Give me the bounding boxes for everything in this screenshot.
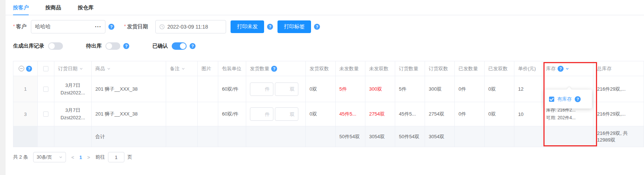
header-remark[interactable]: 备注 [166,61,198,76]
order-pairs-cell: 2754双 [425,102,455,126]
unsent-pairs-cell: 2754双 [365,102,395,126]
print-tag-button[interactable]: 打印标签 [277,20,311,33]
ship-qty-piece-input[interactable] [250,107,273,121]
page-number[interactable]: 1 [79,155,82,160]
confirmed-label: 已确认 [152,43,168,49]
header-sent-pairs: 已发双数 [485,61,514,76]
prev-page-button[interactable]: < [71,155,74,160]
summary-empty [246,126,306,147]
customer-label: 客户 [16,23,26,30]
total-stock-cell: 216件29双,... [593,102,644,126]
sent-qty-cell: 0件 [455,102,485,126]
create-outbound-label: 生成出库记录 [13,43,44,49]
select-all-checkbox[interactable] [43,66,48,71]
pagination: 共 2 条 30条/页 < 1 > 前往 页 [13,152,644,162]
row-index: 3 [13,102,38,126]
help-icon[interactable]: ? [575,96,581,102]
header-unsent-pairs: 未发双数 [365,61,395,76]
summary-empty [218,126,246,147]
pending-outbound-toggle[interactable] [105,42,120,50]
more-icon[interactable]: ··· [95,24,101,30]
chevron-down-icon[interactable] [107,67,111,71]
print-unsent-button[interactable]: 打印未发 [231,20,264,33]
header-expand: ? [13,61,38,76]
next-page-button[interactable]: > [87,155,90,160]
product-cell: 201 狮子__XXX_38 [92,102,166,126]
help-icon[interactable]: ? [314,24,320,30]
order-qty-cell: 45件5... [395,102,425,126]
summary-empty [542,126,593,147]
summary-total-stock: 216件29双, 共 12989双 [593,126,644,147]
row-checkbox[interactable] [43,87,48,92]
chevron-down-icon [59,155,63,159]
collapse-all-icon[interactable] [19,66,24,71]
unsent-pairs-cell: 300双 [365,76,395,102]
stock-filter-option[interactable]: 有库存 [557,96,572,103]
chevron-down-icon[interactable] [565,67,569,71]
row-checkbox[interactable] [43,111,48,117]
tab-bar: 按客户 按商品 按仓库 [6,0,644,15]
summary-empty [54,126,92,147]
page-size-select[interactable]: 30条/页 [33,152,66,162]
help-icon[interactable]: ? [558,66,564,72]
goto-suffix: 页 [127,154,132,161]
summary-row: 合计 50件54双 3054双 50件54双 3054双 216件29双, 共 … [13,126,644,147]
ship-qty-cell [246,102,306,126]
summary-unsent-qty: 50件54双 [336,126,365,147]
filter-form: * 客户 哈哈哈 ··· ? * 发货日期 2022-03-09 11:18 打… [13,20,644,33]
chevron-down-icon[interactable] [79,67,83,71]
ship-qty-cell [246,76,306,102]
help-icon[interactable]: ? [190,43,196,49]
chevron-down-icon[interactable] [181,67,185,71]
unsent-qty-cell: 45件5... [336,102,365,126]
row-index: 1 [13,76,38,102]
tab-by-customer[interactable]: 按客户 [13,0,29,15]
page-left-edge [0,0,6,175]
sent-pairs-cell: 0双 [485,76,514,102]
help-icon[interactable]: ? [108,24,114,30]
tab-by-product[interactable]: 按商品 [45,0,61,15]
ship-date-label: 发货日期 [127,23,148,30]
clock-icon [159,24,165,29]
row-select-cell [38,76,54,102]
stock-filter-checkbox[interactable] [549,97,554,102]
customer-value: 哈哈哈 [35,23,51,30]
table-header-row: ? 订货日期 商品 备注 图片 包装单位 发货数量 ? 发 [13,61,644,76]
unit-price-cell: 12 [514,76,542,102]
order-date-cell: 3月7日Dzst2022... [54,102,92,126]
product-cell: 201 狮子__XXX_38 [92,76,166,102]
confirmed-toggle[interactable] [172,42,187,50]
row-select-cell [38,102,54,126]
ship-qty-pair-input[interactable] [275,107,298,121]
tab-by-warehouse[interactable]: 按仓库 [78,0,93,15]
help-icon[interactable]: ? [26,66,32,72]
remark-cell [166,76,198,102]
header-unsent-qty: 未发数量 [336,61,365,76]
ship-qty-piece-input[interactable] [250,82,273,96]
summary-empty [198,126,218,147]
order-date-cell: 3月7日Dzst2022... [54,76,92,102]
customer-input[interactable]: 哈哈哈 ··· [31,20,105,33]
header-product[interactable]: 商品 [92,61,166,76]
pack-unit-cell: 60双/件 [218,76,246,102]
header-order-qty: 订货数量 [395,61,425,76]
ship-date-input[interactable]: 2022-03-09 11:18 [155,20,226,33]
pending-outbound-label: 待出库 [86,43,102,49]
header-order-date[interactable]: 订货日期 [54,61,92,76]
help-icon[interactable]: ? [271,66,277,72]
summary-label: 合计 [92,126,166,147]
create-outbound-toggle[interactable] [48,42,63,50]
header-order-pairs: 订货双数 [425,61,455,76]
summary-empty [13,126,38,147]
order-pairs-cell: 300双 [425,76,455,102]
help-icon[interactable]: ? [267,24,273,30]
goto-page-input[interactable] [108,152,124,162]
image-cell [198,76,218,102]
help-icon[interactable]: ? [123,43,129,49]
order-qty-cell: 5件 [395,76,425,102]
header-stock[interactable]: 库存 ? [542,61,593,76]
remark-cell [166,102,198,126]
summary-order-pairs: 3054双 [425,126,455,147]
toggle-filters: 生成出库记录 待出库 ? 已确认 ? [13,42,644,50]
ship-qty-pair-input[interactable] [275,82,298,96]
